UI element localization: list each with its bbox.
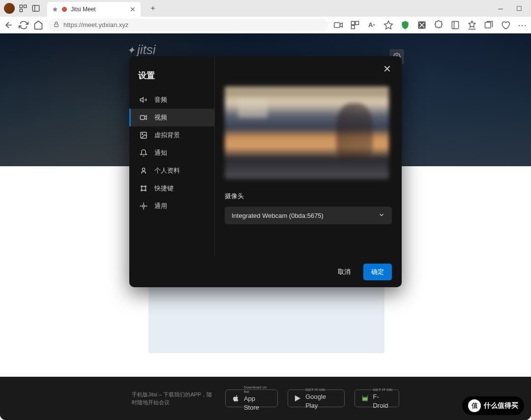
svg-point-19 <box>142 168 145 171</box>
svg-point-27 <box>365 398 366 399</box>
sidebar-item-virtual-bg[interactable]: 虚拟背景 <box>129 126 214 144</box>
chevron-down-icon <box>378 211 385 220</box>
recording-indicator-icon <box>62 7 67 12</box>
settings-content: ✕ 摄像头 Integrated Webcam (0bda:5675) <box>215 56 402 257</box>
address-bar: https://meet.ydxian.xyz A» ⋯ <box>0 17 531 33</box>
svg-rect-7 <box>352 21 355 25</box>
shield-icon[interactable] <box>400 20 410 30</box>
svg-rect-1 <box>24 5 27 7</box>
play-icon <box>294 394 301 402</box>
svg-point-24 <box>143 205 145 207</box>
svg-point-22 <box>141 190 143 191</box>
camera-permission-icon[interactable] <box>333 20 343 30</box>
collections2-icon[interactable] <box>484 20 494 30</box>
minimize-button[interactable]: ─ <box>497 5 504 12</box>
watermark-badge: 值 什么值得买 <box>462 396 524 415</box>
collections-icon[interactable] <box>450 20 460 30</box>
modal-close-button[interactable]: ✕ <box>381 63 393 75</box>
sidebar-item-video[interactable]: 视频 <box>129 109 214 126</box>
svg-rect-16 <box>140 116 145 120</box>
browser-tab[interactable]: Jitsi Meet ✕ <box>47 2 141 17</box>
tab-close-button[interactable]: ✕ <box>130 5 136 13</box>
apple-icon <box>232 394 240 403</box>
home-button[interactable] <box>33 20 43 30</box>
svg-rect-6 <box>334 23 340 28</box>
svg-rect-0 <box>20 5 22 7</box>
appstore-button[interactable]: Download on theApp Store <box>225 390 278 407</box>
sidebar-toggle-icon[interactable] <box>31 4 40 13</box>
tab-favicon-icon <box>52 6 58 12</box>
sidebar-item-general[interactable]: 通用 <box>129 197 214 215</box>
svg-rect-8 <box>355 21 359 25</box>
svg-rect-3 <box>32 5 39 11</box>
modal-footer: 取消 确定 <box>129 257 402 287</box>
url-text: https://meet.ydxian.xyz <box>63 21 128 29</box>
screenshot-icon[interactable] <box>417 20 427 30</box>
sidebar-item-shortcuts[interactable]: 快捷键 <box>129 180 214 197</box>
camera-select[interactable]: Integrated Webcam (0bda:5675) <box>225 207 392 224</box>
sidebar-item-notifications[interactable]: 通知 <box>129 144 214 162</box>
app-viewport: ✦jitsi 设置 音频 视频 虚拟背景 通知 个人资料 快捷键 通用 ✕ 摄像… <box>0 33 531 420</box>
text-size-icon[interactable]: A» <box>367 20 377 30</box>
extensions-icon[interactable] <box>350 20 360 30</box>
sidebar-item-profile[interactable]: 个人资料 <box>129 162 214 180</box>
fdroid-icon <box>361 394 369 403</box>
footer-text: 手机版Jitsi – 下载我们的APP，随时随地开始会议 <box>132 390 215 407</box>
svg-rect-5 <box>55 24 59 26</box>
svg-point-21 <box>145 186 147 187</box>
heart-icon[interactable] <box>501 20 510 30</box>
settings-title: 设置 <box>129 63 214 91</box>
svg-point-26 <box>363 398 364 399</box>
cancel-button[interactable]: 取消 <box>330 264 358 280</box>
sidebar-item-audio[interactable]: 音频 <box>129 91 214 109</box>
camera-select-value: Integrated Webcam (0bda:5675) <box>232 212 324 219</box>
fdroid-button[interactable]: GET IT ONF-Droid <box>354 390 399 407</box>
svg-point-20 <box>141 186 143 187</box>
svg-rect-9 <box>352 25 355 29</box>
settings-sidebar: 设置 音频 视频 虚拟背景 通知 个人资料 快捷键 通用 <box>129 56 215 257</box>
favorites-bar-icon[interactable] <box>467 20 477 30</box>
settings-modal: 设置 音频 视频 虚拟背景 通知 个人资料 快捷键 通用 ✕ 摄像头 Integ… <box>129 56 402 287</box>
svg-point-18 <box>142 134 143 135</box>
svg-rect-25 <box>362 397 367 401</box>
puzzle-icon[interactable] <box>434 20 443 30</box>
jitsi-logo: ✦jitsi <box>127 42 156 58</box>
url-field[interactable]: https://meet.ydxian.xyz <box>48 19 328 31</box>
svg-rect-11 <box>452 21 458 29</box>
googleplay-button[interactable]: GET IT ONGoogle Play <box>288 390 344 407</box>
workspaces-icon[interactable] <box>19 4 28 13</box>
camera-preview <box>225 87 389 179</box>
ok-button[interactable]: 确定 <box>363 264 392 280</box>
svg-rect-14 <box>485 22 491 28</box>
lock-icon <box>53 21 59 29</box>
profile-avatar[interactable] <box>4 3 15 14</box>
watermark-circle: 值 <box>468 399 481 412</box>
app-footer: 手机版Jitsi – 下载我们的APP，随时随地开始会议 Download on… <box>0 377 531 420</box>
maximize-button[interactable]: ☐ <box>515 5 523 12</box>
refresh-button[interactable] <box>19 20 29 30</box>
browser-titlebar: Jitsi Meet ✕ + ─ ☐ <box>0 0 531 17</box>
watermark-text: 什么值得买 <box>484 401 518 410</box>
tab-title: Jitsi Meet <box>71 6 96 13</box>
svg-rect-2 <box>20 9 22 12</box>
more-button[interactable]: ⋯ <box>517 20 527 30</box>
favorite-icon[interactable] <box>384 20 393 30</box>
new-tab-button[interactable]: + <box>147 4 159 13</box>
camera-label: 摄像头 <box>225 192 392 201</box>
back-button[interactable] <box>4 20 14 30</box>
svg-point-23 <box>145 190 147 191</box>
